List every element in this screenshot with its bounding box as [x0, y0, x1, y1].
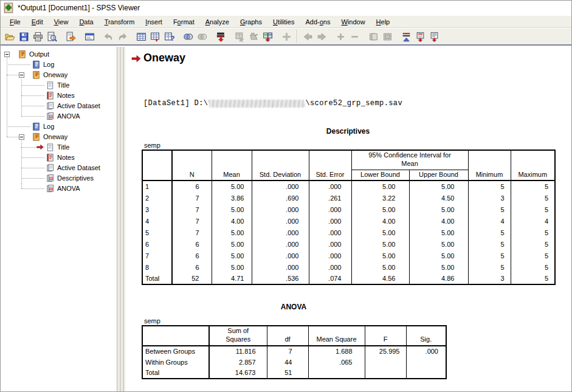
cell: 5 — [468, 238, 511, 250]
tree-item-oneway[interactable]: Oneway — [1, 70, 117, 80]
row-label: 7 — [142, 250, 172, 261]
anova-title: ANOVA — [142, 303, 446, 311]
insert-title-icon[interactable] — [413, 30, 427, 43]
cell: .000 — [309, 204, 351, 215]
tree-item-label: Notes — [57, 92, 75, 99]
menu-graphs[interactable]: Graphs — [235, 16, 267, 27]
tree-item-oneway[interactable]: Oneway — [1, 132, 117, 142]
cell: .000 — [252, 250, 309, 261]
column-header: Mean — [212, 150, 252, 181]
cell: 52 — [172, 273, 212, 284]
cell: 6 — [172, 238, 212, 250]
tree-connector — [21, 95, 44, 96]
goto-case-icon[interactable] — [148, 30, 162, 43]
row-label: Within Groups — [142, 357, 209, 368]
menu-edit[interactable]: Edit — [26, 16, 49, 27]
cell: .000 — [252, 238, 309, 250]
descriptives-table[interactable]: NMeanStd. DeviationStd. Error95% Confide… — [142, 150, 556, 285]
cell: 4 — [468, 215, 511, 227]
insert-text-icon[interactable] — [427, 30, 441, 43]
open-file-icon[interactable] — [3, 30, 17, 43]
menu-format[interactable]: Format — [168, 16, 200, 27]
export-output-icon[interactable] — [64, 30, 78, 43]
cell: 4.71 — [212, 273, 252, 284]
tree-item-notes[interactable]: Notes — [1, 153, 117, 163]
find-icon[interactable] — [181, 30, 195, 43]
tree-connector — [21, 106, 44, 106]
dialog-recall-icon[interactable] — [83, 30, 97, 43]
cell: 7 — [172, 227, 212, 238]
pane-splitter[interactable] — [117, 47, 125, 391]
dataset-icon — [46, 101, 55, 111]
output-content-pane: Oneway [DataSet1] D:\\score52_grp_semp.s… — [125, 47, 571, 391]
descriptives-title: Descriptives — [142, 127, 554, 136]
book-output-icon — [18, 50, 27, 59]
tree-item-anova[interactable]: ANOVA — [1, 184, 117, 194]
menu-window[interactable]: Window — [336, 16, 370, 27]
menu-data[interactable]: Data — [74, 16, 98, 27]
print-icon[interactable] — [31, 30, 45, 43]
cell: .000 — [309, 181, 351, 192]
anova-table[interactable]: Sum of SquaresdfMean SquareFSig.Between … — [142, 325, 447, 379]
menu-addons[interactable]: Add-ons — [300, 16, 336, 27]
title-bar[interactable]: *Output1 [Document1] - SPSS Viewer — [1, 1, 571, 15]
tree-connector — [7, 137, 19, 137]
tree-item-log[interactable]: Log — [1, 122, 117, 132]
dataset-line[interactable]: [DataSet1] D:\\score52_grp_semp.sav — [143, 99, 402, 108]
cell: 3 — [468, 273, 511, 284]
cell: .000 — [309, 261, 351, 273]
tree-item-active-dataset[interactable]: Active Dataset — [1, 101, 117, 111]
cell: 5 — [468, 204, 511, 215]
tree-item-label: ANOVA — [57, 185, 80, 192]
split-file-icon[interactable] — [261, 30, 275, 43]
tree-expander-minus[interactable] — [19, 72, 24, 78]
tree-connector — [7, 75, 19, 75]
tree-item-log[interactable]: Log — [1, 60, 117, 70]
cell: .000 — [252, 181, 309, 192]
oneway-heading-block[interactable]: Oneway — [131, 52, 185, 64]
save-file-icon[interactable] — [17, 30, 31, 43]
variables-icon[interactable]: ? — [162, 30, 176, 43]
cell: 5.00 — [212, 227, 252, 238]
menu-insert[interactable]: Insert — [140, 16, 168, 27]
obscured-path — [208, 100, 305, 108]
cell: 11.816 — [209, 346, 267, 357]
menu-help[interactable]: Help — [371, 16, 396, 27]
cell: 4.00 — [409, 215, 468, 227]
use-variable-sets-icon[interactable] — [214, 30, 228, 43]
tree-item-title[interactable]: Title — [1, 80, 117, 91]
goto-data-icon[interactable] — [134, 30, 148, 43]
menu-analyze[interactable]: Analyze — [200, 16, 235, 27]
insert-heading-icon[interactable] — [399, 30, 413, 43]
tree-expander-minus[interactable] — [4, 52, 10, 57]
tree-item-active-dataset[interactable]: Active Dataset — [1, 163, 117, 173]
cell: 5 — [468, 250, 511, 261]
cell: 6 — [172, 261, 212, 273]
menu-file[interactable]: File — [4, 16, 26, 27]
row-label: Total — [142, 273, 172, 284]
tree-item-anova[interactable]: ANOVA — [1, 111, 117, 122]
table-row: 474.00.000.0004.004.0044 — [142, 215, 555, 227]
tree-item-notes[interactable]: Notes — [1, 91, 117, 101]
menu-transform[interactable]: Transform — [99, 16, 140, 27]
column-header: Std. Deviation — [252, 150, 309, 181]
tree-item-title[interactable]: Title — [1, 142, 117, 153]
tree-expander-minus[interactable] — [19, 134, 24, 140]
toolbar-separator — [297, 30, 298, 43]
print-preview-icon[interactable] — [45, 30, 59, 43]
column-header: Sum of Squares — [209, 326, 267, 346]
row-label: 6 — [142, 238, 172, 250]
tree-connector — [21, 188, 44, 189]
menu-view[interactable]: View — [49, 16, 74, 27]
menu-utilities[interactable]: Utilities — [267, 16, 300, 27]
cell: 5 — [468, 227, 511, 238]
cell: 5.00 — [212, 250, 252, 261]
cell: 7 — [267, 346, 308, 357]
tree-item-descriptives[interactable]: Descriptives — [1, 173, 117, 184]
book-output-icon — [32, 132, 41, 142]
tree-item-output[interactable]: Output — [1, 49, 117, 60]
notes-icon — [46, 91, 55, 100]
cell: 1.688 — [308, 346, 365, 357]
cell: .065 — [308, 357, 365, 368]
cell: .000 — [252, 204, 309, 215]
